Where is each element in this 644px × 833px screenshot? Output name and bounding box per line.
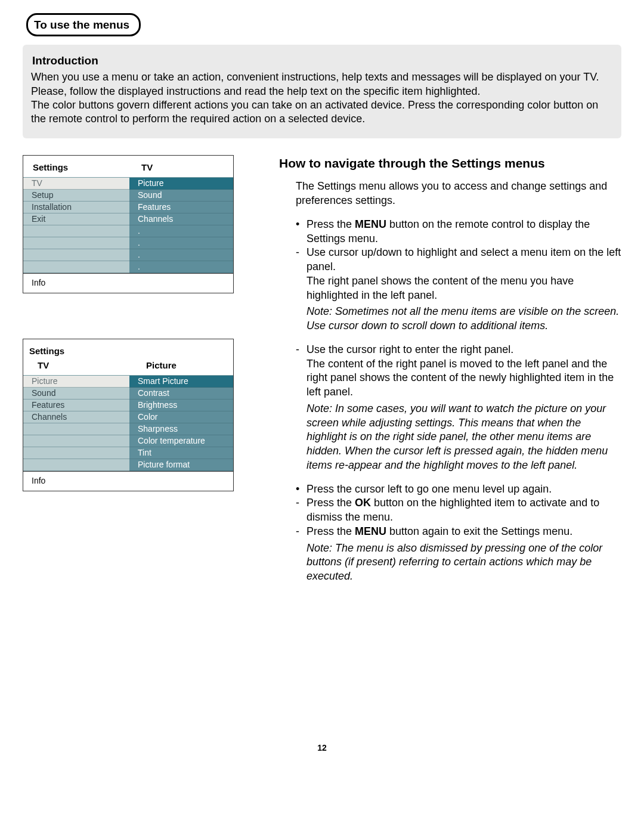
fig2-right-7: Picture format — [129, 459, 233, 471]
intro-p2: The color buttons govern different actio… — [31, 98, 613, 126]
fig2-left-2: Features — [23, 400, 129, 411]
section-tab: To use the menus — [26, 13, 141, 36]
fig1-right-0: Picture — [129, 178, 233, 190]
fig2-sub-right: Picture — [146, 360, 233, 371]
fig1-left-3: Exit — [23, 213, 129, 225]
fig2-right-0: Smart Picture — [129, 376, 233, 388]
intro-heading: Introduction — [32, 53, 613, 68]
fig1-right-blank: . — [129, 225, 233, 237]
fig2-left-blank: . — [23, 447, 129, 459]
fig2-right-3: Color — [129, 411, 233, 423]
fig2-right-4: Sharpness — [129, 423, 233, 435]
fig2-head-left: Settings — [23, 345, 233, 360]
page-number: 12 — [23, 742, 621, 753]
fig1-right-1: Sound — [129, 190, 233, 202]
fig1-right-2: Features — [129, 202, 233, 213]
fig2-left-blank: . — [23, 459, 129, 471]
fig1-left-blank: . — [23, 261, 129, 273]
fig1-left-1: Setup — [23, 190, 129, 202]
fig1-left-2: Installation — [23, 202, 129, 213]
fig2-right-2: Brightness — [129, 400, 233, 411]
fig2-footer: Info — [23, 471, 233, 491]
right-p2: The right panel shows the content of the… — [296, 274, 621, 303]
fig2-left-3: Channels — [23, 411, 129, 423]
intro-box: Introduction When you use a menu or take… — [23, 45, 621, 138]
bullet-6: - Press the MENU button again to exit th… — [296, 525, 621, 539]
bullet-3: - Use the cursor right to enter the righ… — [296, 343, 621, 357]
settings-figure-1: Settings TV TV Setup Installation Exit .… — [23, 155, 234, 293]
bullet-4: • Press the cursor left to go one menu l… — [296, 482, 621, 497]
right-p3: The content of the right panel is moved … — [296, 357, 621, 400]
fig2-right-1: Contrast — [129, 388, 233, 400]
fig1-left-blank: . — [23, 225, 129, 237]
bullet-5: - Press the OK button on the highlighted… — [296, 496, 621, 525]
fig1-right-blank: . — [129, 237, 233, 249]
fig2-left-0: Picture — [23, 376, 129, 388]
fig2-sub-left: TV — [23, 360, 146, 371]
fig1-head-right: TV — [141, 162, 233, 174]
fig2-left-1: Sound — [23, 388, 129, 400]
fig2-left-blank: . — [23, 435, 129, 447]
fig1-left-blank: . — [23, 237, 129, 249]
fig1-right-blank: . — [129, 249, 233, 261]
fig1-head-left: Settings — [23, 162, 141, 174]
fig2-right-5: Color temperature — [129, 435, 233, 447]
right-p1: The Settings menu allows you to access a… — [296, 179, 621, 208]
intro-p1: When you use a menu or take an action, c… — [31, 70, 613, 98]
fig1-right-blank: . — [129, 261, 233, 273]
fig1-footer: Info — [23, 273, 233, 293]
right-title: How to navigate through the Settings men… — [279, 155, 621, 172]
bullet-1: • Press the MENU button on the remote co… — [296, 218, 621, 246]
fig2-left-blank: . — [23, 423, 129, 435]
settings-figure-2: Settings TV Picture Picture Sound Featur… — [23, 339, 234, 491]
note-3: Note: The menu is also dismissed by pres… — [296, 541, 621, 584]
bullet-2: - Use cursor up/down to highlight and se… — [296, 246, 621, 274]
fig1-right-3: Channels — [129, 213, 233, 225]
note-1: Note: Sometimes not all the menu items a… — [296, 305, 621, 333]
fig2-right-6: Tint — [129, 447, 233, 459]
note-2: Note: In some cases, you will want to wa… — [296, 402, 621, 473]
fig1-left-0: TV — [23, 178, 129, 190]
fig1-left-blank: . — [23, 249, 129, 261]
